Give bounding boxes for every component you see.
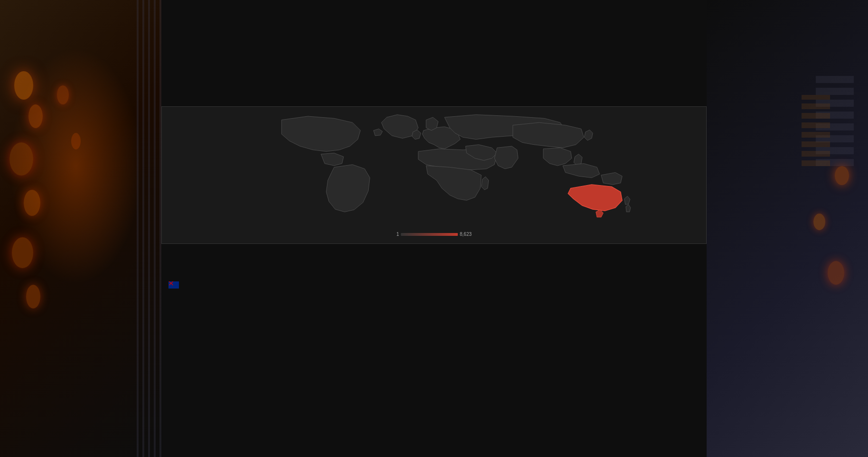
scale-min: 1	[396, 232, 399, 237]
map-scale-bar: 1 8,623	[396, 232, 472, 237]
world-map-container: 1 8,623	[161, 106, 707, 244]
world-map-svg	[162, 107, 706, 243]
country-flag	[168, 281, 179, 289]
scale-line	[401, 233, 458, 236]
scale-max: 8,623	[460, 232, 472, 237]
